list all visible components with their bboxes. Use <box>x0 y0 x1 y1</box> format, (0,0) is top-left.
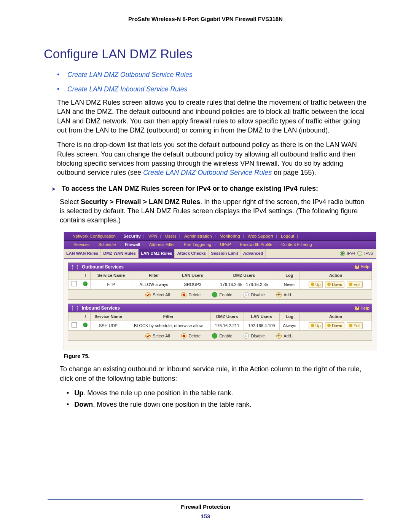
disable-button[interactable]: Disable <box>251 333 265 339</box>
ip-version-selector: IPv4 IPv6 <box>340 249 376 258</box>
col-filter: Filter <box>126 313 210 321</box>
section-title: Outbound Services <box>82 264 124 270</box>
toc-item-outbound[interactable]: • Create LAN DMZ Outbound Service Rules <box>57 70 367 80</box>
up-icon <box>311 324 314 327</box>
disable-button[interactable]: Disable <box>251 292 265 298</box>
col-action: Action <box>300 313 372 321</box>
list-item-up: Up. Moves the rule up one position in th… <box>67 388 367 398</box>
help-icon[interactable]: ? <box>355 306 359 310</box>
edit-icon <box>349 283 352 286</box>
section-title: Inbound Services <box>82 305 120 311</box>
cell-lan: 192.168.4.109 <box>244 321 279 330</box>
page-title: Configure LAN DMZ Rules <box>44 46 367 63</box>
down-button[interactable]: Down <box>325 322 344 329</box>
row-checkbox[interactable] <box>72 281 77 286</box>
edit-button[interactable]: Edit <box>347 322 363 329</box>
submenu-item[interactable]: Content Filtering <box>281 242 312 247</box>
menu-item[interactable]: VPN <box>148 234 158 238</box>
submenu-item[interactable]: UPnP <box>220 242 231 247</box>
ipv4-radio[interactable] <box>340 251 345 256</box>
selectall-button[interactable]: Select All <box>153 292 170 298</box>
status-enabled-icon <box>83 323 88 327</box>
help-link[interactable]: Help <box>360 264 370 270</box>
row-checkbox[interactable] <box>72 322 77 328</box>
submenu-item[interactable]: Schedule <box>99 242 116 247</box>
text: Select <box>60 198 81 206</box>
menu-item[interactable]: Network Configuration <box>72 234 116 238</box>
tab-lan-wan[interactable]: LAN WAN Rules <box>64 249 101 258</box>
menu-item-active[interactable]: Security <box>123 234 140 238</box>
toc-link[interactable]: Create LAN DMZ Outbound Service Rules <box>67 71 193 78</box>
col-dmz: DMZ Users <box>210 313 244 321</box>
disable-icon <box>244 333 249 339</box>
menu-item[interactable]: Logout <box>281 234 294 238</box>
down-icon <box>327 324 331 327</box>
col-status: ! <box>80 313 91 321</box>
up-icon <box>311 283 314 286</box>
grip-icon: ⋮⋮ <box>70 264 80 270</box>
submenu-item-active[interactable]: Firewall <box>125 242 140 247</box>
enable-button[interactable]: Enable <box>219 333 232 339</box>
tab-advanced[interactable]: Advanced <box>241 249 266 258</box>
edit-icon <box>349 324 352 327</box>
sub-menu-bar: :: Services:: Schedule:: Firewall:: Addr… <box>64 241 376 249</box>
col-service: Service Name <box>91 272 132 280</box>
selectall-button[interactable]: Select All <box>153 333 170 339</box>
ipv6-radio[interactable] <box>357 251 362 256</box>
menu-item[interactable]: Monitoring <box>220 234 240 238</box>
tab-lan-dmz[interactable]: LAN DMZ Rules <box>139 249 175 258</box>
toc-item-inbound[interactable]: • Create LAN DMZ Inbound Service Rules <box>57 85 367 94</box>
cell-lan: GROUP3 <box>176 280 209 289</box>
col-filter: Filter <box>132 272 176 280</box>
running-header: ProSafe Wireless-N 8-Port Gigabit VPN Fi… <box>44 15 367 23</box>
delete-button[interactable]: Delete <box>188 333 201 339</box>
footer-rule <box>48 499 363 500</box>
edit-button[interactable]: Edit <box>347 281 363 288</box>
col-lan: LAN Users <box>176 272 209 280</box>
submenu-item[interactable]: Address Filter <box>149 242 175 247</box>
inbound-button-row: Select All Delete Enable Disable Add... <box>68 331 372 340</box>
procedure-body: Select Security > Firewall > LAN DMZ Rul… <box>60 197 367 225</box>
list-item-down: Down. Moves the rule down one position i… <box>67 400 367 409</box>
disable-icon <box>244 292 249 297</box>
tab-attack[interactable]: Attack Checks <box>175 249 209 258</box>
page-footer: Firewall Protection 153 <box>0 499 411 521</box>
menu-item[interactable]: Administration <box>184 234 212 238</box>
text: on page 155). <box>272 169 316 176</box>
document-page: ProSafe Wireless-N 8-Port Gigabit VPN Fi… <box>0 0 411 532</box>
tab-session[interactable]: Session Limit <box>209 249 241 258</box>
plus-icon <box>276 333 282 339</box>
procedure-title: To access the LAN DMZ Rules screen for I… <box>62 185 318 192</box>
post-figure-paragraph: To change an existing outbound or inboun… <box>60 364 367 383</box>
paragraph-note: There is no drop-down list that lets you… <box>57 140 367 177</box>
main-menu-bar: | Network Configuration| Security| VPN| … <box>64 232 376 241</box>
help-icon[interactable]: ? <box>355 265 359 269</box>
check-icon <box>145 333 151 339</box>
bullet-icon: • <box>57 71 59 78</box>
check-icon <box>145 292 151 297</box>
cell-filter: ALLOW always <box>132 280 176 289</box>
submenu-item[interactable]: Port Triggering <box>184 242 211 247</box>
menu-item[interactable]: Web Support <box>248 234 273 238</box>
ipv6-label: IPv6 <box>364 251 373 257</box>
down-button[interactable]: Down <box>325 281 344 288</box>
outbound-table: ! Service Name Filter LAN Users DMZ User… <box>68 271 372 289</box>
submenu-item[interactable]: Bandwidth Profile <box>240 242 272 247</box>
tab-dmz-wan[interactable]: DMZ WAN Rules <box>101 249 139 258</box>
bullet-icon: • <box>57 85 59 93</box>
menu-item[interactable]: Users <box>165 234 177 238</box>
add-button[interactable]: Add... <box>284 292 295 298</box>
enable-button[interactable]: Enable <box>219 292 232 298</box>
toc-link[interactable]: Create LAN DMZ Inbound Service Rules <box>67 85 187 93</box>
inline-link-outbound-rules[interactable]: Create LAN DMZ Outbound Service Rules <box>143 169 272 176</box>
help-link[interactable]: Help <box>360 305 370 311</box>
enable-icon <box>212 292 217 297</box>
up-button[interactable]: Up <box>309 281 323 288</box>
delete-button[interactable]: Delete <box>188 292 201 298</box>
down-label: Down <box>74 401 93 408</box>
add-button[interactable]: Add... <box>284 333 295 339</box>
up-button[interactable]: Up <box>309 322 323 329</box>
up-desc: . Moves the rule up one position in the … <box>83 389 233 397</box>
submenu-item[interactable]: Services <box>73 242 89 247</box>
col-lan: LAN Users <box>244 313 279 321</box>
